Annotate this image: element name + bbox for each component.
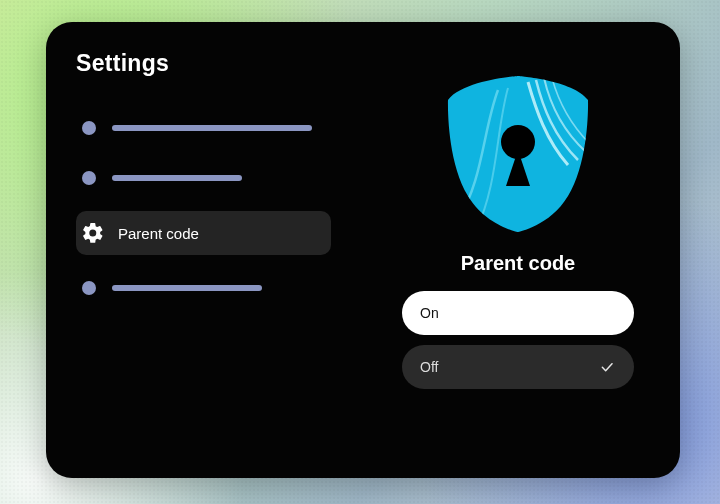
settings-panel: Settings Parent code xyxy=(46,22,680,478)
settings-sidebar: Settings Parent code xyxy=(76,50,386,450)
bullet-icon xyxy=(82,281,96,295)
menu-item-placeholder[interactable] xyxy=(76,271,386,305)
menu-item-placeholder[interactable] xyxy=(76,111,386,145)
placeholder-line xyxy=(112,175,242,181)
shield-lock-icon xyxy=(428,70,608,238)
option-group: On Off xyxy=(402,291,634,389)
menu-item-parent-code[interactable]: Parent code xyxy=(76,211,331,255)
menu-item-placeholder[interactable] xyxy=(76,161,386,195)
option-off[interactable]: Off xyxy=(402,345,634,389)
option-label: Off xyxy=(420,359,438,375)
detail-pane: Parent code On Off xyxy=(386,50,650,450)
placeholder-line xyxy=(112,285,262,291)
app-background: Settings Parent code xyxy=(0,0,720,504)
page-title: Settings xyxy=(76,50,386,77)
option-on[interactable]: On xyxy=(402,291,634,335)
option-label: On xyxy=(420,305,439,321)
detail-title: Parent code xyxy=(461,252,575,275)
settings-menu: Parent code xyxy=(76,111,386,305)
placeholder-line xyxy=(112,125,312,131)
check-icon xyxy=(598,358,616,376)
bullet-icon xyxy=(82,121,96,135)
menu-item-label: Parent code xyxy=(118,225,199,242)
gear-icon xyxy=(80,220,106,246)
bullet-icon xyxy=(82,171,96,185)
